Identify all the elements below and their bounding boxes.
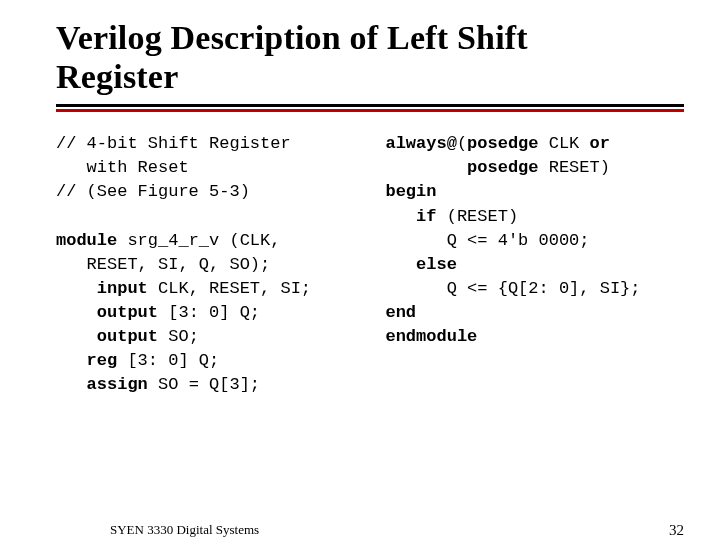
code-line: RESET, SI, Q, SO); [56,255,270,274]
kw-endmodule: endmodule [385,327,477,346]
code-right-column: always@(posedge CLK or posedge RESET) be… [385,132,684,397]
code-text: RESET) [539,158,610,177]
footer-course: SYEN 3330 Digital Systems [110,522,259,538]
title-line-1: Verilog Description of Left Shift [56,19,528,56]
code-text: (RESET) [447,207,518,226]
kw-module: module [56,231,117,250]
kw-else: else [385,255,456,274]
code-text: [3: 0] Q; [158,303,260,322]
code-text: CLK, RESET, SI; [148,279,311,298]
code-line: Q <= {Q[2: 0], SI}; [385,279,640,298]
page-title: Verilog Description of Left Shift Regist… [56,18,684,96]
code-line: // (See Figure 5-3) [56,182,250,201]
code-line: with Reset [56,158,189,177]
kw-or: or [590,134,610,153]
kw-input: input [56,279,148,298]
page-number: 32 [669,522,684,539]
code-text: ( [457,134,467,153]
kw-begin: begin [385,182,436,201]
code-text: [3: 0] Q; [127,351,219,370]
kw-posedge: posedge [385,158,538,177]
code-line: Q <= 4'b 0000; [385,231,589,250]
kw-reg: reg [56,351,127,370]
title-line-2: Register [56,58,178,95]
code-text: SO = Q[3]; [158,375,260,394]
code-text: srg_4_r_v (CLK, [117,231,280,250]
code-line: // 4-bit Shift Register [56,134,291,153]
code-text: CLK [539,134,590,153]
kw-if: if [385,207,446,226]
title-rule-red [56,109,684,112]
code-text: SO; [158,327,199,346]
code-left-column: // 4-bit Shift Register with Reset // (S… [56,132,369,397]
title-rule-black [56,104,684,107]
code-columns: // 4-bit Shift Register with Reset // (S… [56,132,684,397]
kw-assign: assign [56,375,158,394]
kw-posedge: posedge [467,134,538,153]
kw-output: output [56,327,158,346]
kw-always: always@ [385,134,456,153]
kw-output: output [56,303,158,322]
kw-end: end [385,303,416,322]
